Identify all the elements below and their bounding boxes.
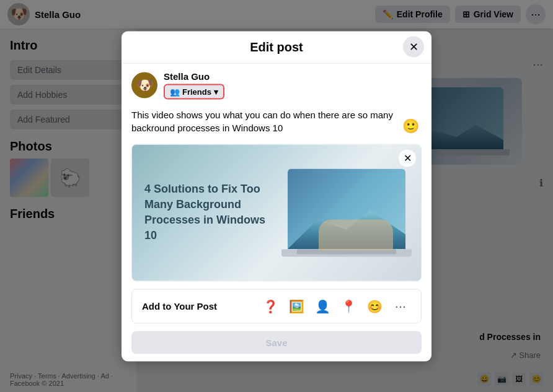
user-info: Stella Guo 👥 Friends ▾ (164, 71, 224, 99)
emoji-icon: 🙂 (402, 118, 419, 133)
post-content-area: This video shows you what you can do whe… (131, 105, 422, 136)
link-preview-image: 4 Solutions to Fix Too Many Background P… (132, 144, 421, 281)
link-preview-close-button[interactable]: ✕ (399, 149, 416, 167)
link-preview-title: 4 Solutions to Fix Too Many Background P… (144, 181, 268, 244)
hands-area (319, 219, 393, 250)
question-icon: ❓ (263, 298, 278, 313)
location-icon: 📍 (341, 298, 356, 313)
friends-icon: 👥 (170, 87, 180, 96)
modal-title: Edit post (250, 40, 303, 53)
add-to-post-bar: Add to Your Post ❓ 🖼️ 👤 📍 😊 ·· (131, 289, 422, 323)
modal-close-button[interactable]: ✕ (403, 37, 424, 58)
user-name: Stella Guo (164, 71, 224, 81)
post-text[interactable]: This video shows you what you can do whe… (131, 105, 422, 136)
link-preview: 4 Solutions to Fix Too Many Background P… (131, 144, 422, 281)
smiley-icon: 😊 (367, 298, 383, 313)
add-more-button[interactable]: ··· (390, 295, 411, 316)
add-person-button[interactable]: 👤 (312, 295, 333, 316)
user-avatar: 🐶 (131, 72, 157, 98)
edit-post-modal: Edit post ✕ 🐶 Stella Guo 👥 Friends ▾ Thi… (122, 31, 431, 361)
add-to-post-icons: ❓ 🖼️ 👤 📍 😊 ··· (260, 295, 411, 316)
modal-body: 🐶 Stella Guo 👥 Friends ▾ This video show… (122, 63, 431, 361)
link-close-icon: ✕ (404, 152, 412, 164)
add-photo-button[interactable]: 🖼️ (286, 295, 307, 316)
privacy-button[interactable]: 👥 Friends ▾ (164, 84, 224, 99)
link-preview-laptop (285, 160, 409, 265)
save-button[interactable]: Save (131, 331, 422, 354)
more-icon: ··· (395, 298, 406, 314)
chevron-down-icon: ▾ (214, 87, 218, 96)
add-to-post-label: Add to Your Post (142, 301, 217, 311)
privacy-label: Friends (182, 87, 211, 96)
add-emoji-button[interactable]: 😊 (364, 295, 385, 316)
emoji-button[interactable]: 🙂 (402, 118, 419, 134)
add-location-button[interactable]: 📍 (338, 295, 359, 316)
avatar-emoji: 🐶 (136, 77, 153, 93)
add-question-button[interactable]: ❓ (260, 295, 281, 316)
photo-icon: 🖼️ (289, 298, 304, 313)
user-row: 🐶 Stella Guo 👥 Friends ▾ (131, 71, 422, 99)
close-icon: ✕ (409, 40, 418, 54)
person-plus-icon: 👤 (315, 298, 330, 313)
modal-header: Edit post ✕ (122, 31, 431, 63)
